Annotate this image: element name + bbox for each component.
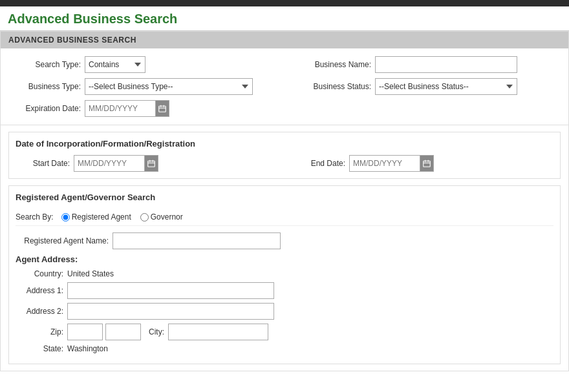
address2-row: Address 2: [16, 303, 553, 320]
agent-name-row: Registered Agent Name: [16, 232, 553, 249]
agent-section-title: Registered Agent/Governor Search [16, 192, 553, 202]
svg-rect-0 [159, 106, 166, 112]
zip-label: Zip: [16, 327, 67, 336]
start-date-label: Start Date: [16, 159, 74, 168]
search-type-label: Search Type: [14, 60, 85, 69]
business-type-row: Business Type: --Select Business Type-- … [14, 78, 555, 95]
svg-rect-8 [424, 161, 431, 167]
expiration-date-wrapper [85, 100, 169, 117]
agent-address-section: Agent Address: Country: United States Ad… [16, 254, 553, 353]
end-date-group: End Date: [304, 155, 553, 172]
business-status-group: Business Status: --Select Business Statu… [297, 78, 555, 95]
end-date-label: End Date: [304, 159, 349, 168]
state-value: Washington [67, 344, 108, 353]
zip-city-row: Zip: City: [16, 324, 553, 340]
svg-rect-4 [148, 161, 155, 167]
page-title: Advanced Business Search [0, 6, 569, 31]
start-date-calendar-icon[interactable] [144, 155, 158, 172]
start-date-group: Start Date: [16, 155, 265, 172]
search-type-group: Search Type: Contains Starts With Exact … [14, 56, 272, 73]
incorporation-title: Date of Incorporation/Formation/Registra… [16, 139, 553, 149]
business-type-group: Business Type: --Select Business Type-- [14, 78, 272, 95]
expiration-date-calendar-icon[interactable] [155, 100, 169, 117]
business-name-group: Business Name: [297, 56, 555, 73]
city-label: City: [149, 327, 168, 336]
registered-agent-radio-label[interactable]: Registered Agent [61, 212, 131, 222]
date-range-row: Start Date: End Date: [16, 155, 553, 172]
section-header: ADVANCED BUSINESS SEARCH [1, 32, 568, 48]
address1-row: Address 1: [16, 282, 553, 299]
country-row: Country: United States [16, 269, 553, 278]
end-date-wrapper [349, 155, 434, 172]
zip-input-1[interactable] [67, 324, 103, 340]
business-status-label: Business Status: [297, 82, 375, 91]
governor-radio-label[interactable]: Governor [140, 212, 183, 222]
expiration-date-label: Expiration Date: [14, 104, 85, 113]
business-status-select[interactable]: --Select Business Status-- [375, 78, 517, 95]
expiration-date-row: Expiration Date: [14, 100, 555, 117]
business-name-label: Business Name: [297, 60, 375, 69]
agent-section: Registered Agent/Governor Search Search … [8, 185, 561, 364]
start-date-wrapper [74, 155, 158, 172]
state-row: State: Washington [16, 344, 553, 353]
top-bar [0, 0, 569, 6]
agent-name-label: Registered Agent Name: [16, 236, 113, 245]
start-date-input[interactable] [74, 155, 145, 172]
expiration-date-group: Expiration Date: [14, 100, 555, 117]
governor-radio[interactable] [140, 213, 149, 222]
main-content: ADVANCED BUSINESS SEARCH Search Type: Co… [0, 31, 569, 371]
address1-input[interactable] [67, 282, 274, 299]
business-type-label: Business Type: [14, 82, 85, 91]
basic-search-section: Search Type: Contains Starts With Exact … [1, 48, 568, 125]
agent-address-title: Agent Address: [16, 254, 553, 264]
city-input[interactable] [168, 324, 268, 340]
end-date-calendar-icon[interactable] [420, 155, 434, 172]
agent-name-input[interactable] [113, 232, 281, 249]
search-type-row: Search Type: Contains Starts With Exact … [14, 56, 555, 73]
search-by-row: Search By: Registered Agent Governor [16, 209, 553, 226]
governor-label-text: Governor [151, 212, 183, 222]
address2-label: Address 2: [16, 307, 67, 316]
search-type-select[interactable]: Contains Starts With Exact Match [85, 56, 145, 73]
registered-agent-label-text: Registered Agent [72, 212, 131, 222]
zip-input-2[interactable] [105, 324, 141, 340]
incorporation-section: Date of Incorporation/Formation/Registra… [8, 132, 561, 179]
country-value: United States [67, 269, 114, 278]
state-label: State: [16, 344, 67, 353]
address1-label: Address 1: [16, 286, 67, 295]
business-type-select[interactable]: --Select Business Type-- [85, 78, 253, 95]
country-label: Country: [16, 269, 67, 278]
address2-input[interactable] [67, 303, 274, 320]
end-date-input[interactable] [349, 155, 420, 172]
registered-agent-radio[interactable] [61, 213, 70, 222]
expiration-date-input[interactable] [85, 100, 156, 117]
search-by-label: Search By: [16, 212, 58, 222]
business-name-input[interactable] [375, 56, 517, 73]
